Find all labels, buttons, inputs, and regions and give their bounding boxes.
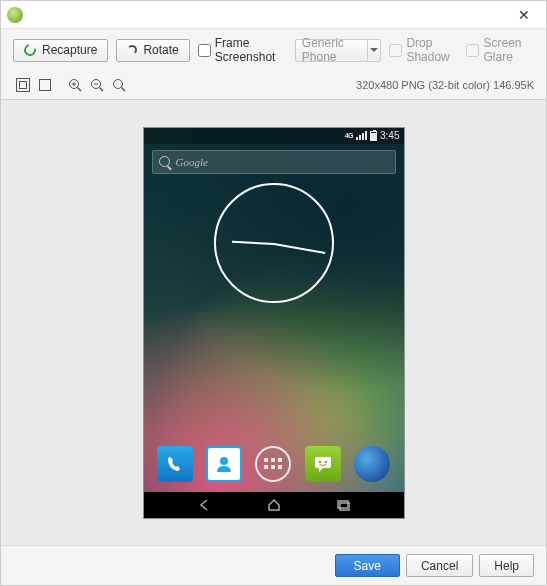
- search-icon: [159, 156, 170, 167]
- drop-shadow-input: [389, 44, 402, 57]
- svg-point-10: [114, 80, 123, 89]
- analog-clock-widget: [214, 183, 334, 303]
- app-logo-icon: [7, 7, 23, 23]
- nav-back-icon: [195, 496, 213, 514]
- browser-app-icon: [354, 446, 390, 482]
- nav-recent-icon: [334, 496, 352, 514]
- zoom-in-button[interactable]: [65, 75, 85, 95]
- svg-line-8: [100, 88, 104, 92]
- drop-shadow-checkbox: Drop Shadow: [389, 36, 458, 64]
- main-toolbar: Recapture Rotate Frame Screenshot Generi…: [1, 29, 546, 71]
- zoom-fit-button[interactable]: [13, 75, 33, 95]
- screen-glare-input: [466, 44, 479, 57]
- android-nav-bar: [144, 492, 404, 518]
- cancel-label: Cancel: [421, 559, 458, 573]
- save-button[interactable]: Save: [335, 554, 400, 577]
- zoom-reset-button[interactable]: [109, 75, 129, 95]
- rotate-icon: [127, 45, 137, 55]
- svg-line-11: [122, 88, 126, 92]
- nav-home-icon: [265, 496, 283, 514]
- app-dock: [144, 440, 404, 488]
- help-button[interactable]: Help: [479, 554, 534, 577]
- device-frame-value: Generic Phone: [302, 36, 363, 64]
- google-search-widget: Google: [152, 150, 396, 174]
- svg-rect-1: [20, 82, 27, 89]
- search-placeholder: Google: [176, 156, 208, 168]
- battery-icon: [370, 131, 377, 141]
- save-label: Save: [354, 559, 381, 573]
- frame-screenshot-checkbox[interactable]: Frame Screenshot: [198, 36, 287, 64]
- svg-rect-13: [315, 457, 331, 468]
- screen-glare-checkbox: Screen Glare: [466, 36, 534, 64]
- recapture-button[interactable]: Recapture: [13, 39, 108, 62]
- dialog-footer: Save Cancel Help: [1, 545, 546, 585]
- svg-rect-0: [17, 79, 30, 92]
- device-frame-dropdown-button: [367, 40, 381, 61]
- clock-hour-hand: [232, 240, 274, 244]
- signal-icon: [356, 131, 367, 140]
- image-info-text: 320x480 PNG (32-bit color) 146.95K: [356, 79, 534, 91]
- cancel-button[interactable]: Cancel: [406, 554, 473, 577]
- device-frame-select: Generic Phone: [295, 39, 382, 62]
- clock-minute-hand: [273, 243, 324, 254]
- messaging-app-icon: [305, 446, 341, 482]
- status-time: 3:45: [380, 130, 399, 141]
- preview-area: 4G 3:45 Google: [1, 99, 546, 545]
- phone-app-icon: [157, 446, 193, 482]
- svg-point-12: [220, 457, 228, 465]
- svg-point-16: [325, 460, 327, 462]
- zoom-out-button[interactable]: [87, 75, 107, 95]
- svg-line-4: [78, 88, 82, 92]
- frame-screenshot-input[interactable]: [198, 44, 211, 57]
- svg-point-15: [319, 460, 321, 462]
- drop-shadow-label: Drop Shadow: [406, 36, 458, 64]
- network-type-label: 4G: [345, 132, 353, 139]
- window-close-button[interactable]: ✕: [508, 4, 540, 26]
- app-drawer-icon: [255, 446, 291, 482]
- zoom-actual-button[interactable]: [35, 75, 55, 95]
- device-screenshot: 4G 3:45 Google: [144, 128, 404, 518]
- chevron-down-icon: [370, 48, 378, 52]
- svg-marker-14: [319, 468, 323, 472]
- contacts-app-icon: [206, 446, 242, 482]
- android-status-bar: 4G 3:45: [144, 128, 404, 144]
- svg-rect-2: [40, 80, 51, 91]
- zoom-toolbar: 320x480 PNG (32-bit color) 146.95K: [1, 71, 546, 99]
- rotate-button[interactable]: Rotate: [116, 39, 189, 62]
- frame-screenshot-label: Frame Screenshot: [215, 36, 287, 64]
- title-bar: ✕: [1, 1, 546, 29]
- help-label: Help: [494, 559, 519, 573]
- screen-glare-label: Screen Glare: [483, 36, 534, 64]
- recapture-label: Recapture: [42, 43, 97, 57]
- rotate-label: Rotate: [143, 43, 178, 57]
- refresh-icon: [22, 42, 38, 58]
